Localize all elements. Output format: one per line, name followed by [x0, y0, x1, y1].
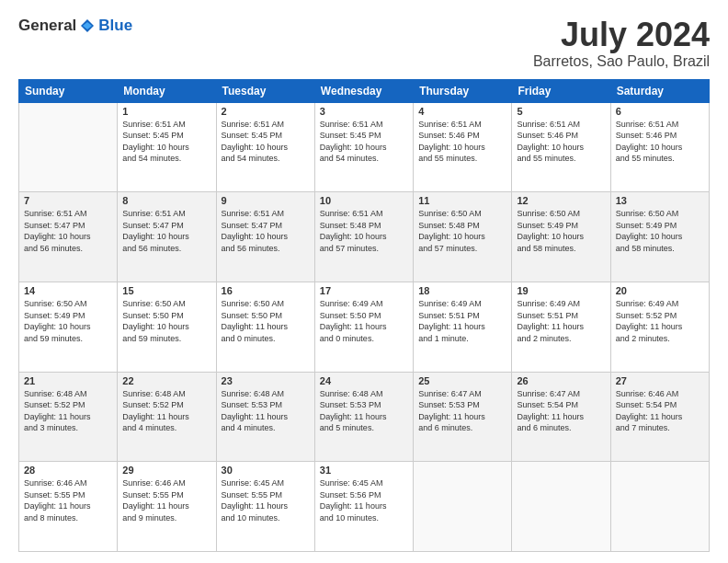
day-info: Sunrise: 6:50 AM Sunset: 5:49 PM Dayligh…	[616, 208, 704, 254]
day-info: Sunrise: 6:47 AM Sunset: 5:54 PM Dayligh…	[517, 388, 605, 434]
day-info: Sunrise: 6:49 AM Sunset: 5:51 PM Dayligh…	[418, 298, 506, 344]
page: General Blue July 2024 Barretos, Sao Pau…	[0, 0, 728, 563]
day-info: Sunrise: 6:50 AM Sunset: 5:48 PM Dayligh…	[418, 208, 506, 254]
day-info: Sunrise: 6:47 AM Sunset: 5:53 PM Dayligh…	[418, 388, 506, 434]
calendar-cell: 3Sunrise: 6:51 AM Sunset: 5:45 PM Daylig…	[314, 102, 413, 192]
week-row-0: 1Sunrise: 6:51 AM Sunset: 5:45 PM Daylig…	[19, 102, 710, 192]
day-info: Sunrise: 6:51 AM Sunset: 5:45 PM Dayligh…	[122, 119, 210, 165]
day-info: Sunrise: 6:49 AM Sunset: 5:51 PM Dayligh…	[517, 298, 605, 344]
calendar-cell: 30Sunrise: 6:45 AM Sunset: 5:55 PM Dayli…	[216, 462, 314, 552]
calendar-header-row: SundayMondayTuesdayWednesdayThursdayFrid…	[19, 79, 710, 102]
calendar-cell: 17Sunrise: 6:49 AM Sunset: 5:50 PM Dayli…	[314, 282, 413, 372]
day-info: Sunrise: 6:49 AM Sunset: 5:50 PM Dayligh…	[320, 298, 408, 344]
location-title: Barretos, Sao Paulo, Brazil	[533, 53, 710, 70]
day-info: Sunrise: 6:50 AM Sunset: 5:49 PM Dayligh…	[517, 208, 605, 254]
day-number: 29	[122, 465, 210, 476]
calendar-cell: 22Sunrise: 6:48 AM Sunset: 5:52 PM Dayli…	[118, 372, 216, 462]
day-info: Sunrise: 6:46 AM Sunset: 5:54 PM Dayligh…	[616, 388, 704, 434]
calendar-cell	[512, 462, 610, 552]
header-friday: Friday	[512, 79, 610, 102]
day-info: Sunrise: 6:46 AM Sunset: 5:55 PM Dayligh…	[122, 477, 210, 523]
week-row-2: 14Sunrise: 6:50 AM Sunset: 5:49 PM Dayli…	[19, 282, 710, 372]
day-number: 14	[24, 285, 112, 296]
day-info: Sunrise: 6:51 AM Sunset: 5:47 PM Dayligh…	[24, 208, 112, 254]
month-title: July 2024	[533, 17, 710, 53]
header-saturday: Saturday	[610, 79, 709, 102]
day-info: Sunrise: 6:51 AM Sunset: 5:46 PM Dayligh…	[517, 119, 605, 165]
day-info: Sunrise: 6:51 AM Sunset: 5:48 PM Dayligh…	[320, 208, 408, 254]
day-number: 4	[418, 106, 506, 117]
day-info: Sunrise: 6:45 AM Sunset: 5:55 PM Dayligh…	[222, 477, 310, 523]
day-number: 20	[616, 285, 704, 296]
day-number: 24	[320, 375, 408, 386]
day-number: 28	[24, 465, 112, 476]
calendar-cell: 26Sunrise: 6:47 AM Sunset: 5:54 PM Dayli…	[512, 372, 610, 462]
logo: General Blue	[18, 17, 132, 35]
week-row-4: 28Sunrise: 6:46 AM Sunset: 5:55 PM Dayli…	[19, 462, 710, 552]
day-number: 23	[222, 375, 310, 386]
day-number: 12	[517, 195, 605, 206]
day-number: 21	[24, 375, 112, 386]
header-thursday: Thursday	[414, 79, 512, 102]
day-info: Sunrise: 6:51 AM Sunset: 5:47 PM Dayligh…	[122, 208, 210, 254]
day-info: Sunrise: 6:51 AM Sunset: 5:46 PM Dayligh…	[418, 119, 506, 165]
calendar-cell	[610, 462, 709, 552]
calendar-cell: 20Sunrise: 6:49 AM Sunset: 5:52 PM Dayli…	[610, 282, 709, 372]
calendar-cell: 6Sunrise: 6:51 AM Sunset: 5:46 PM Daylig…	[610, 102, 709, 192]
header-sunday: Sunday	[19, 79, 118, 102]
day-number: 27	[616, 375, 704, 386]
calendar-table: SundayMondayTuesdayWednesdayThursdayFrid…	[18, 79, 710, 552]
day-number: 10	[320, 195, 408, 206]
calendar-cell: 16Sunrise: 6:50 AM Sunset: 5:50 PM Dayli…	[216, 282, 314, 372]
calendar-cell: 8Sunrise: 6:51 AM Sunset: 5:47 PM Daylig…	[118, 192, 216, 282]
day-number: 16	[222, 285, 310, 296]
title-area: July 2024 Barretos, Sao Paulo, Brazil	[533, 17, 710, 70]
day-number: 13	[616, 195, 704, 206]
calendar-cell: 21Sunrise: 6:48 AM Sunset: 5:52 PM Dayli…	[19, 372, 118, 462]
day-number: 26	[517, 375, 605, 386]
day-number: 1	[122, 106, 210, 117]
day-number: 2	[222, 106, 310, 117]
day-info: Sunrise: 6:50 AM Sunset: 5:50 PM Dayligh…	[222, 298, 310, 344]
day-info: Sunrise: 6:50 AM Sunset: 5:49 PM Dayligh…	[24, 298, 112, 344]
day-info: Sunrise: 6:48 AM Sunset: 5:52 PM Dayligh…	[122, 388, 210, 434]
day-info: Sunrise: 6:51 AM Sunset: 5:45 PM Dayligh…	[320, 119, 408, 165]
calendar-cell: 2Sunrise: 6:51 AM Sunset: 5:45 PM Daylig…	[216, 102, 314, 192]
day-info: Sunrise: 6:45 AM Sunset: 5:56 PM Dayligh…	[320, 477, 408, 523]
header-monday: Monday	[118, 79, 216, 102]
day-number: 5	[517, 106, 605, 117]
day-number: 31	[320, 465, 408, 476]
calendar-cell: 10Sunrise: 6:51 AM Sunset: 5:48 PM Dayli…	[314, 192, 413, 282]
calendar-cell: 24Sunrise: 6:48 AM Sunset: 5:53 PM Dayli…	[314, 372, 413, 462]
day-number: 18	[418, 285, 506, 296]
calendar-cell: 4Sunrise: 6:51 AM Sunset: 5:46 PM Daylig…	[414, 102, 512, 192]
day-number: 9	[222, 195, 310, 206]
calendar-cell: 31Sunrise: 6:45 AM Sunset: 5:56 PM Dayli…	[314, 462, 413, 552]
day-info: Sunrise: 6:48 AM Sunset: 5:52 PM Dayligh…	[24, 388, 112, 434]
day-number: 25	[418, 375, 506, 386]
day-info: Sunrise: 6:46 AM Sunset: 5:55 PM Dayligh…	[24, 477, 112, 523]
calendar-cell: 28Sunrise: 6:46 AM Sunset: 5:55 PM Dayli…	[19, 462, 118, 552]
calendar-cell: 29Sunrise: 6:46 AM Sunset: 5:55 PM Dayli…	[118, 462, 216, 552]
calendar-cell: 5Sunrise: 6:51 AM Sunset: 5:46 PM Daylig…	[512, 102, 610, 192]
logo-area: General Blue	[18, 17, 132, 35]
calendar-cell: 13Sunrise: 6:50 AM Sunset: 5:49 PM Dayli…	[610, 192, 709, 282]
week-row-3: 21Sunrise: 6:48 AM Sunset: 5:52 PM Dayli…	[19, 372, 710, 462]
day-number: 15	[122, 285, 210, 296]
day-info: Sunrise: 6:49 AM Sunset: 5:52 PM Dayligh…	[616, 298, 704, 344]
day-info: Sunrise: 6:51 AM Sunset: 5:46 PM Dayligh…	[616, 119, 704, 165]
day-info: Sunrise: 6:50 AM Sunset: 5:50 PM Dayligh…	[122, 298, 210, 344]
day-number: 3	[320, 106, 408, 117]
calendar-cell: 18Sunrise: 6:49 AM Sunset: 5:51 PM Dayli…	[414, 282, 512, 372]
calendar-cell	[414, 462, 512, 552]
header: General Blue July 2024 Barretos, Sao Pau…	[18, 17, 710, 70]
week-row-1: 7Sunrise: 6:51 AM Sunset: 5:47 PM Daylig…	[19, 192, 710, 282]
calendar-cell: 11Sunrise: 6:50 AM Sunset: 5:48 PM Dayli…	[414, 192, 512, 282]
day-number: 7	[24, 195, 112, 206]
day-info: Sunrise: 6:48 AM Sunset: 5:53 PM Dayligh…	[320, 388, 408, 434]
calendar-cell: 7Sunrise: 6:51 AM Sunset: 5:47 PM Daylig…	[19, 192, 118, 282]
day-info: Sunrise: 6:51 AM Sunset: 5:45 PM Dayligh…	[222, 119, 310, 165]
day-number: 30	[222, 465, 310, 476]
day-number: 6	[616, 106, 704, 117]
header-tuesday: Tuesday	[216, 79, 314, 102]
